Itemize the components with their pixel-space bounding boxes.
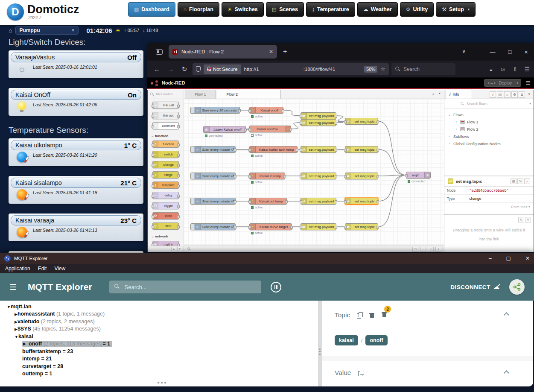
tree-chevron-icon[interactable]: › <box>448 135 451 138</box>
sidebar-help-icon[interactable]: ▤ <box>497 91 503 98</box>
canvas-search-icon[interactable] <box>187 247 190 250</box>
wire[interactable] <box>378 149 406 175</box>
deploy-button[interactable]: ⚬–⚬ Deploy ▾ <box>484 79 521 87</box>
inject-button[interactable] <box>191 198 195 204</box>
sidebar-tab-info[interactable]: i Info <box>446 90 472 99</box>
flow-node-k1[interactable]: *Kaisai onoff <box>249 107 283 114</box>
add-flow-button[interactable]: + <box>432 91 435 97</box>
palette-category-function[interactable]: function <box>148 132 184 140</box>
panel-divider[interactable] <box>318 301 322 386</box>
flow-node-t3[interactable]: ⇄set msg.topic <box>345 173 378 179</box>
pocket-icon[interactable]: ◒ <box>489 66 493 73</box>
firefox-view-icon[interactable] <box>156 49 163 55</box>
palette-node-trigger[interactable]: ⊓trigger <box>152 202 179 209</box>
search-flows-field[interactable]: Search flows ▾ <box>444 99 534 108</box>
delete-topic-icon[interactable] <box>369 312 375 318</box>
flow-node-t1[interactable]: ⇄set msg.topic <box>345 118 378 125</box>
palette-category-network[interactable]: network <box>148 233 184 241</box>
nav-tab-setup[interactable]: ⚒Setup▾ <box>436 2 476 17</box>
outline-item-flows[interactable]: ⌄Flows <box>444 111 534 118</box>
palette-node-change[interactable]: ⇄change <box>152 161 179 168</box>
not-secure-badge[interactable]: Not Secure <box>204 64 241 74</box>
device-value[interactable]: 23° C <box>120 217 137 224</box>
domoticz-brand[interactable]: D Domoticz 2024.7 <box>7 3 79 20</box>
zoom-out-button[interactable]: − <box>420 247 426 252</box>
palette-node-comment[interactable]: ¶comment <box>152 122 179 129</box>
outline-item-global-configuration-nodes[interactable]: ›Global Configuration Nodes <box>444 140 534 147</box>
sidebar-context-icon[interactable]: ≣ <box>519 91 525 98</box>
flow-node-k5[interactable]: *Kaisai out temp <box>249 198 287 205</box>
tree-chevron-icon[interactable]: › <box>448 142 451 146</box>
mqtt-topic-outtemp[interactable]: outtemp = 1 <box>3 370 318 378</box>
palette-node-template[interactable]: {template <box>152 181 179 189</box>
palette-node-link-call[interactable]: ∞link call <box>152 102 179 109</box>
topic-chip-onoff[interactable]: onoff <box>365 335 387 345</box>
flow-node-t5[interactable]: ⇄set msg.topic <box>345 223 378 230</box>
tree-chevron-icon[interactable]: › <box>455 127 458 131</box>
zoom-reset-button[interactable]: ○ <box>428 247 434 252</box>
back-button[interactable]: ← <box>152 65 163 73</box>
window-maximize-button[interactable]: □ <box>508 49 511 55</box>
sidebar-info-icon[interactable]: i <box>490 91 496 98</box>
menu-application[interactable]: Application <box>5 266 30 272</box>
nodered-menu-icon[interactable]: ☰ <box>525 80 531 86</box>
menu-view[interactable]: View <box>54 266 65 272</box>
flow-node-p5[interactable]: ⇄set msg.payload <box>301 198 336 205</box>
flow-node-i2[interactable]: »Start every minute ↺ <box>190 146 236 153</box>
tab-close-icon[interactable]: ✕ <box>269 49 273 55</box>
wire[interactable] <box>283 110 301 116</box>
nav-tab-dashboard[interactable]: ▦Dashboard <box>128 2 175 17</box>
tree-arrow-icon[interactable]: ▶ <box>15 312 18 316</box>
inject-button[interactable] <box>191 146 195 152</box>
wire[interactable] <box>378 121 406 175</box>
node-find-button[interactable]: ⌕ <box>524 178 530 184</box>
mqtt-topic-mqttlan[interactable]: ▼mqtt.lan <box>3 303 318 310</box>
nav-tab-temperature[interactable]: ↨Temperature <box>306 2 355 17</box>
browser-tab[interactable]: Node-RED : Flow 2 ✕ <box>169 45 277 59</box>
flow-tab-1[interactable]: Flow 1 <box>185 90 216 99</box>
node-edit-button[interactable]: % <box>517 178 523 184</box>
minimap-toggle-icon[interactable]: ▭ <box>412 247 418 252</box>
browser-search-field[interactable]: Search <box>391 63 455 75</box>
nav-tab-weather[interactable]: ☁Weather <box>357 2 398 17</box>
menu-edit[interactable]: Edit <box>38 266 47 272</box>
flow-node-mq[interactable]: mqtt≋ <box>406 172 431 178</box>
copy-topic-icon[interactable] <box>357 312 362 318</box>
tree-arrow-icon[interactable]: ▶ <box>15 327 18 331</box>
mqtt-topic-curvetarget[interactable]: curvetarget = 28 <box>3 363 318 370</box>
palette-node-mqtt-in[interactable]: ≋mqtt in <box>152 241 179 246</box>
flow-node-t2[interactable]: ⇄set msg.topic <box>345 146 378 153</box>
collapse-value-chevron-icon[interactable] <box>504 370 509 376</box>
nav-tab-floorplan[interactable]: ⌂Floorplan <box>178 2 219 17</box>
room-plan-select[interactable]: Pumppu ▼ <box>15 26 79 35</box>
disconnect-button[interactable]: DISCONNECT ☁ <box>450 284 500 290</box>
flow-node-m1[interactable]: ≋Listen Kaisai onoff <box>203 126 246 133</box>
wire[interactable] <box>336 116 345 121</box>
flow-node-i4[interactable]: »Start every minute ↺ <box>190 198 236 205</box>
flow-node-k6[interactable]: *Kaisai curve target <box>249 223 292 230</box>
show-more-link[interactable]: show more ▾ <box>444 203 534 214</box>
connection-profile-button[interactable] <box>509 279 525 295</box>
sidebar-more-chevron-icon[interactable]: ▾ <box>526 91 532 98</box>
outline-item-flow-2[interactable]: ›Flow 2 <box>444 126 534 133</box>
flow-node-k2[interactable]: Kaisai onoff w* <box>249 126 291 132</box>
window-close-button[interactable]: × <box>524 48 528 56</box>
tree-arrow-icon[interactable]: ▼ <box>7 305 11 309</box>
flow-node-k3[interactable]: *Kaisai buffer tank temp <box>249 146 298 153</box>
flow-node-t4[interactable]: ⇄set msg.topic <box>345 198 378 205</box>
bookmark-star-icon[interactable]: ☆ <box>380 66 385 72</box>
palette-scroll-up-button[interactable]: ▲ <box>171 247 176 251</box>
mqtt-close-button[interactable]: ✕ <box>525 255 530 261</box>
nav-tab-switches[interactable]: ☀Switches <box>222 2 264 17</box>
wire[interactable] <box>291 123 301 129</box>
flow-node-p1[interactable]: ⇄set msg.payload <box>301 112 336 119</box>
flow-node-i5[interactable]: »Start every minute ↺ <box>190 223 236 230</box>
tracking-shield-icon[interactable] <box>196 66 201 72</box>
inject-button[interactable] <box>191 173 195 179</box>
inject-button[interactable] <box>191 107 195 113</box>
flow-node-p4[interactable]: ⇄set msg.payload <box>301 173 336 179</box>
palette-node-exec[interactable]: ⚙exec <box>152 212 179 219</box>
zoom-level-badge[interactable]: 50% <box>364 66 377 73</box>
mqtt-topic-sys[interactable]: ▶$SYS (45 topics, 11254 messages) <box>3 325 318 333</box>
url-bar[interactable]: Not Secure http://1:1880/#flow/41 50% ☆ <box>193 63 389 75</box>
